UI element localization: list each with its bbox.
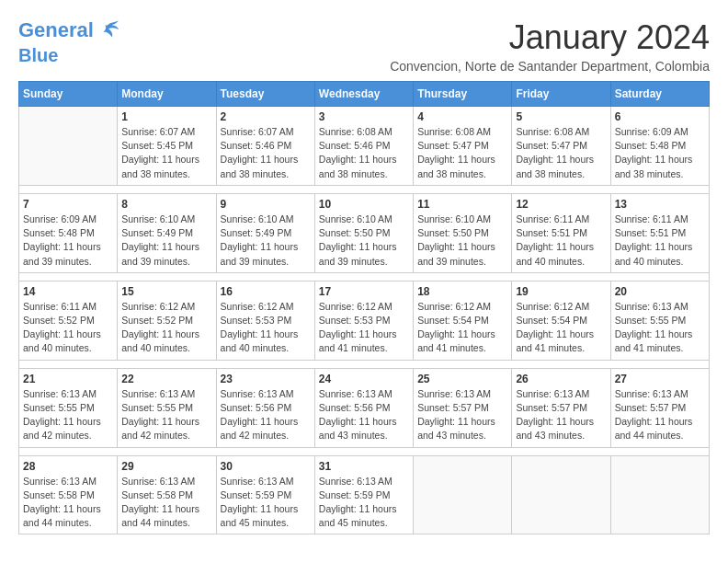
weekday-header-wednesday: Wednesday [314, 82, 413, 107]
calendar-cell: 29Sunrise: 6:13 AMSunset: 5:58 PMDayligh… [118, 455, 216, 534]
divider-cell [19, 447, 710, 455]
weekday-header-sunday: Sunday [19, 82, 118, 107]
calendar-cell: 6Sunrise: 6:09 AMSunset: 5:48 PMDaylight… [610, 107, 709, 186]
calendar-week-row: 14Sunrise: 6:11 AMSunset: 5:52 PMDayligh… [19, 281, 710, 360]
calendar-cell: 25Sunrise: 6:13 AMSunset: 5:57 PMDayligh… [414, 368, 512, 447]
calendar-cell: 10Sunrise: 6:10 AMSunset: 5:50 PMDayligh… [314, 193, 413, 272]
day-number: 27 [615, 373, 705, 385]
calendar-table: SundayMondayTuesdayWednesdayThursdayFrid… [18, 81, 710, 534]
month-title: January 2024 [390, 18, 710, 57]
weekday-header-tuesday: Tuesday [216, 82, 314, 107]
day-number: 13 [615, 198, 705, 211]
day-info: Sunrise: 6:10 AMSunset: 5:50 PMDaylight:… [417, 213, 507, 269]
day-number: 8 [121, 198, 211, 211]
calendar-cell: 20Sunrise: 6:13 AMSunset: 5:55 PMDayligh… [610, 281, 709, 360]
day-number: 21 [23, 373, 113, 385]
day-number: 11 [417, 198, 507, 211]
day-number: 3 [319, 110, 409, 123]
calendar-cell: 12Sunrise: 6:11 AMSunset: 5:51 PMDayligh… [512, 193, 610, 272]
calendar-cell: 17Sunrise: 6:12 AMSunset: 5:53 PMDayligh… [314, 281, 413, 360]
day-info: Sunrise: 6:09 AMSunset: 5:48 PMDaylight:… [23, 213, 113, 269]
calendar-week-row: 28Sunrise: 6:13 AMSunset: 5:58 PMDayligh… [19, 455, 710, 534]
calendar-week-row: 21Sunrise: 6:13 AMSunset: 5:55 PMDayligh… [19, 368, 710, 447]
calendar-cell: 22Sunrise: 6:13 AMSunset: 5:55 PMDayligh… [118, 368, 216, 447]
calendar-cell: 14Sunrise: 6:11 AMSunset: 5:52 PMDayligh… [19, 281, 118, 360]
day-info: Sunrise: 6:12 AMSunset: 5:54 PMDaylight:… [516, 300, 606, 356]
calendar-cell: 4Sunrise: 6:08 AMSunset: 5:47 PMDaylight… [414, 107, 512, 186]
day-info: Sunrise: 6:12 AMSunset: 5:53 PMDaylight:… [221, 300, 311, 356]
calendar-cell: 7Sunrise: 6:09 AMSunset: 5:48 PMDaylight… [19, 193, 118, 272]
day-info: Sunrise: 6:13 AMSunset: 5:57 PMDaylight:… [417, 387, 507, 443]
calendar-cell: 31Sunrise: 6:13 AMSunset: 5:59 PMDayligh… [314, 455, 413, 534]
weekday-header-monday: Monday [118, 82, 216, 107]
day-info: Sunrise: 6:13 AMSunset: 5:57 PMDaylight:… [516, 387, 606, 443]
title-section: January 2024 Convencion, Norte de Santan… [390, 18, 710, 74]
calendar-week-row: 7Sunrise: 6:09 AMSunset: 5:48 PMDaylight… [19, 193, 710, 272]
day-number: 12 [516, 198, 606, 211]
day-info: Sunrise: 6:12 AMSunset: 5:54 PMDaylight:… [417, 300, 507, 356]
day-number: 26 [516, 373, 606, 385]
calendar-cell: 26Sunrise: 6:13 AMSunset: 5:57 PMDayligh… [512, 368, 610, 447]
calendar-cell [19, 107, 118, 186]
weekday-header-friday: Friday [512, 82, 610, 107]
calendar-week-row: 1Sunrise: 6:07 AMSunset: 5:45 PMDaylight… [19, 107, 710, 186]
day-info: Sunrise: 6:13 AMSunset: 5:57 PMDaylight:… [615, 387, 705, 443]
day-info: Sunrise: 6:13 AMSunset: 5:55 PMDaylight:… [23, 387, 113, 443]
calendar-cell [512, 455, 610, 534]
day-info: Sunrise: 6:13 AMSunset: 5:59 PMDaylight:… [319, 475, 409, 531]
day-info: Sunrise: 6:12 AMSunset: 5:53 PMDaylight:… [319, 300, 409, 356]
day-info: Sunrise: 6:13 AMSunset: 5:55 PMDaylight:… [121, 387, 211, 443]
day-info: Sunrise: 6:11 AMSunset: 5:52 PMDaylight:… [23, 300, 113, 356]
day-number: 23 [221, 373, 311, 385]
day-info: Sunrise: 6:13 AMSunset: 5:56 PMDaylight:… [319, 387, 409, 443]
day-number: 29 [121, 460, 211, 473]
calendar-cell: 13Sunrise: 6:11 AMSunset: 5:51 PMDayligh… [610, 193, 709, 272]
day-info: Sunrise: 6:11 AMSunset: 5:51 PMDaylight:… [516, 213, 606, 269]
day-info: Sunrise: 6:13 AMSunset: 5:56 PMDaylight:… [221, 387, 311, 443]
day-number: 18 [417, 285, 507, 298]
calendar-cell: 18Sunrise: 6:12 AMSunset: 5:54 PMDayligh… [414, 281, 512, 360]
calendar-cell: 28Sunrise: 6:13 AMSunset: 5:58 PMDayligh… [19, 455, 118, 534]
day-number: 20 [615, 285, 705, 298]
calendar-cell: 24Sunrise: 6:13 AMSunset: 5:56 PMDayligh… [314, 368, 413, 447]
day-info: Sunrise: 6:13 AMSunset: 5:55 PMDaylight:… [615, 300, 705, 356]
day-number: 15 [121, 285, 211, 298]
day-number: 9 [221, 198, 311, 211]
calendar-cell: 11Sunrise: 6:10 AMSunset: 5:50 PMDayligh… [414, 193, 512, 272]
day-number: 16 [221, 285, 311, 298]
calendar-cell: 16Sunrise: 6:12 AMSunset: 5:53 PMDayligh… [216, 281, 314, 360]
day-info: Sunrise: 6:13 AMSunset: 5:59 PMDaylight:… [221, 475, 311, 531]
divider-cell [19, 272, 710, 281]
calendar-cell: 27Sunrise: 6:13 AMSunset: 5:57 PMDayligh… [610, 368, 709, 447]
day-number: 24 [319, 373, 409, 385]
calendar-cell: 9Sunrise: 6:10 AMSunset: 5:49 PMDaylight… [216, 193, 314, 272]
day-info: Sunrise: 6:07 AMSunset: 5:46 PMDaylight:… [221, 125, 311, 181]
week-divider [19, 185, 710, 193]
day-info: Sunrise: 6:13 AMSunset: 5:58 PMDaylight:… [23, 475, 113, 531]
day-info: Sunrise: 6:08 AMSunset: 5:46 PMDaylight:… [319, 125, 409, 181]
calendar-cell: 1Sunrise: 6:07 AMSunset: 5:45 PMDaylight… [118, 107, 216, 186]
calendar-cell: 15Sunrise: 6:12 AMSunset: 5:52 PMDayligh… [118, 281, 216, 360]
logo: General Blue [18, 18, 121, 66]
day-info: Sunrise: 6:11 AMSunset: 5:51 PMDaylight:… [615, 213, 705, 269]
day-info: Sunrise: 6:09 AMSunset: 5:48 PMDaylight:… [615, 125, 705, 181]
calendar-cell: 23Sunrise: 6:13 AMSunset: 5:56 PMDayligh… [216, 368, 314, 447]
divider-cell [19, 360, 710, 368]
calendar-cell: 2Sunrise: 6:07 AMSunset: 5:46 PMDaylight… [216, 107, 314, 186]
week-divider [19, 447, 710, 455]
day-info: Sunrise: 6:13 AMSunset: 5:58 PMDaylight:… [121, 475, 211, 531]
divider-cell [19, 185, 710, 193]
weekday-header-saturday: Saturday [610, 82, 709, 107]
calendar-cell: 19Sunrise: 6:12 AMSunset: 5:54 PMDayligh… [512, 281, 610, 360]
calendar-cell: 8Sunrise: 6:10 AMSunset: 5:49 PMDaylight… [118, 193, 216, 272]
day-number: 10 [319, 198, 409, 211]
day-info: Sunrise: 6:12 AMSunset: 5:52 PMDaylight:… [121, 300, 211, 356]
day-number: 22 [121, 373, 211, 385]
location-title: Convencion, Norte de Santander Departmen… [390, 59, 710, 74]
day-number: 19 [516, 285, 606, 298]
calendar-cell: 21Sunrise: 6:13 AMSunset: 5:55 PMDayligh… [19, 368, 118, 447]
calendar-cell [414, 455, 512, 534]
day-number: 5 [516, 110, 606, 123]
calendar-cell: 30Sunrise: 6:13 AMSunset: 5:59 PMDayligh… [216, 455, 314, 534]
calendar-cell: 3Sunrise: 6:08 AMSunset: 5:46 PMDaylight… [314, 107, 413, 186]
